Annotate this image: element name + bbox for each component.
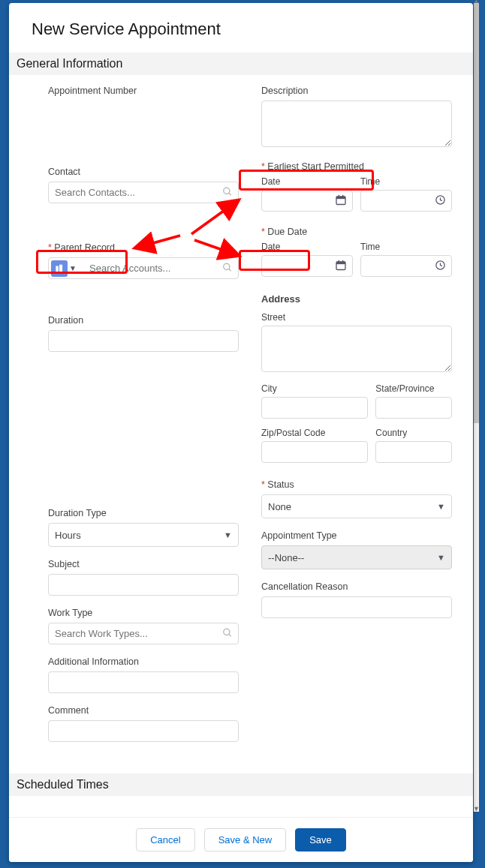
svg-line-1 xyxy=(229,193,231,195)
date-sublabel: Date xyxy=(261,242,353,252)
parent-record-label: * Parent Record xyxy=(48,242,239,253)
comment-label: Comment xyxy=(48,705,239,716)
contact-label: Contact xyxy=(48,167,239,177)
cancellation-reason-label: Cancellation Reason xyxy=(261,581,452,592)
description-label: Description xyxy=(261,86,452,96)
comment-input[interactable] xyxy=(48,720,239,742)
time-sublabel: Time xyxy=(360,176,452,187)
duration-type-label: Duration Type xyxy=(48,508,239,518)
appointment-type-select[interactable]: --None-- ▼ xyxy=(261,545,452,569)
scrollbar-thumb[interactable] xyxy=(474,3,479,423)
due-date-input[interactable] xyxy=(261,255,353,277)
page-title: New Service Appointment xyxy=(32,20,452,39)
section-scheduled-times: Scheduled Times xyxy=(9,773,473,796)
subject-label: Subject xyxy=(48,559,239,569)
street-label: Street xyxy=(261,312,452,323)
svg-line-7 xyxy=(229,634,231,636)
svg-line-5 xyxy=(229,269,231,271)
account-icon xyxy=(51,260,68,277)
country-input[interactable] xyxy=(375,441,452,463)
chevron-down-icon: ▼ xyxy=(437,553,445,562)
duration-type-value: Hours xyxy=(55,530,81,541)
duration-label: Duration xyxy=(48,315,239,326)
new-service-appointment-modal: New Service Appointment General Informat… xyxy=(9,3,473,862)
search-icon xyxy=(222,627,233,640)
address-label: Address xyxy=(261,293,452,305)
work-type-label: Work Type xyxy=(48,608,239,618)
contact-lookup-input[interactable] xyxy=(48,182,239,203)
parent-record-lookup-input[interactable] xyxy=(48,257,239,279)
status-label: * Status xyxy=(261,479,452,490)
duration-input[interactable] xyxy=(48,330,239,352)
subject-input[interactable] xyxy=(48,574,239,596)
description-textarea[interactable] xyxy=(261,101,452,147)
state-input[interactable] xyxy=(375,397,452,419)
chevron-down-icon: ▼ xyxy=(224,530,232,539)
scroll-down-arrow-icon[interactable]: ▼ xyxy=(473,806,480,812)
chevron-down-icon: ▼ xyxy=(69,264,77,272)
due-time-input[interactable] xyxy=(360,255,452,277)
scrollbar-track xyxy=(474,3,479,812)
svg-rect-2 xyxy=(56,266,59,272)
time-sublabel: Time xyxy=(360,242,452,252)
svg-point-4 xyxy=(224,263,230,269)
due-date-label: * Due Date xyxy=(261,227,452,237)
status-value: None xyxy=(268,501,291,512)
earliest-time-input[interactable] xyxy=(360,190,452,212)
svg-point-6 xyxy=(224,629,230,635)
appointment-number-label: Appointment Number xyxy=(48,86,239,96)
appointment-type-label: Appointment Type xyxy=(261,530,452,541)
earliest-start-permitted-label: * Earliest Start Permitted xyxy=(261,161,452,172)
section-general-information: General Information xyxy=(9,53,473,75)
city-label: City xyxy=(261,383,368,394)
zip-label: Zip/Postal Code xyxy=(261,428,368,438)
work-type-lookup-input[interactable] xyxy=(48,623,239,644)
state-label: State/Province xyxy=(375,383,452,394)
svg-rect-3 xyxy=(59,264,62,272)
date-sublabel: Date xyxy=(261,176,353,187)
chevron-down-icon: ▼ xyxy=(437,502,445,511)
street-textarea[interactable] xyxy=(261,326,452,372)
save-and-new-button[interactable]: Save & New xyxy=(204,828,287,851)
scroll-up-arrow-icon[interactable]: ▲ xyxy=(473,0,480,5)
save-button[interactable]: Save xyxy=(295,828,346,851)
search-icon xyxy=(222,262,233,275)
appointment-type-value: --None-- xyxy=(268,552,304,563)
object-selector[interactable]: ▼ xyxy=(51,260,77,277)
status-select[interactable]: None ▼ xyxy=(261,494,452,518)
duration-type-select[interactable]: Hours ▼ xyxy=(48,523,239,547)
cancellation-reason-input[interactable] xyxy=(261,596,452,618)
additional-information-input[interactable] xyxy=(48,671,239,693)
cancel-button[interactable]: Cancel xyxy=(136,828,194,851)
earliest-date-input[interactable] xyxy=(261,190,353,212)
zip-input[interactable] xyxy=(261,441,368,463)
additional-information-label: Additional Information xyxy=(48,656,239,667)
city-input[interactable] xyxy=(261,397,368,419)
svg-point-0 xyxy=(224,188,230,194)
search-icon xyxy=(222,186,233,199)
country-label: Country xyxy=(375,428,452,438)
